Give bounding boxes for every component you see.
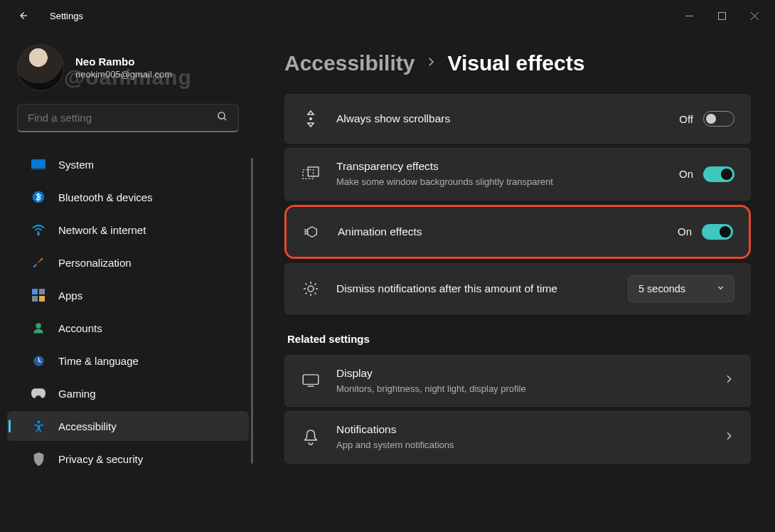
svg-rect-1	[718, 12, 725, 19]
svg-point-20	[308, 286, 314, 292]
scrollbars-toggle[interactable]	[703, 111, 734, 127]
profile-name: Neo Rambo	[75, 55, 172, 68]
wifi-icon	[31, 223, 46, 237]
accessibility-icon	[31, 419, 46, 433]
gamepad-icon	[31, 386, 46, 400]
sidebar-item-apps[interactable]: Apps	[7, 280, 249, 310]
setting-title: Animation effects	[338, 225, 662, 238]
svg-line-5	[224, 118, 226, 120]
apps-icon	[31, 288, 46, 302]
sidebar-item-time-language[interactable]: Time & language	[7, 346, 249, 376]
search-input[interactable]	[28, 112, 209, 124]
svg-point-9	[38, 233, 39, 235]
svg-rect-21	[303, 375, 319, 385]
sidebar-item-label: Time & language	[58, 355, 139, 367]
highlight-box: Animation effects On	[284, 205, 751, 259]
sidebar-item-label: Privacy & security	[58, 453, 143, 465]
nav-scrollbar[interactable]	[251, 158, 253, 464]
dismiss-time-select[interactable]: 5 seconds	[628, 275, 734, 302]
maximize-button[interactable]	[705, 4, 738, 27]
sidebar-item-label: Personalization	[58, 257, 132, 269]
sidebar-item-accessibility[interactable]: Accessibility	[7, 411, 249, 441]
setting-transparency: Transparency effects Make some window ba…	[284, 148, 751, 201]
setting-subtitle: Make some window backgrounds slightly tr…	[336, 176, 578, 188]
setting-dismiss-time: Dismiss notifications after this amount …	[284, 263, 751, 314]
sidebar-item-label: Gaming	[58, 388, 96, 400]
link-subtitle: App and system notifications	[336, 439, 707, 452]
setting-title: Dismiss notifications after this amount …	[336, 282, 612, 295]
title-bar-left: Settings	[16, 9, 83, 23]
setting-title: Always show scrollbars	[336, 112, 663, 125]
profile-email: neokim005@gmail.com	[75, 69, 172, 80]
svg-point-4	[218, 112, 225, 119]
sidebar-item-system[interactable]: System	[7, 149, 249, 179]
svg-point-16	[37, 420, 40, 423]
close-button[interactable]	[738, 4, 771, 27]
display-icon	[301, 374, 321, 387]
svg-rect-10	[32, 289, 38, 294]
sidebar-item-privacy[interactable]: Privacy & security	[7, 444, 249, 474]
breadcrumb-current: Visual effects	[447, 51, 584, 75]
setting-scrollbars: Always show scrollbars Off	[284, 94, 751, 144]
svg-point-14	[36, 323, 41, 329]
transparency-toggle[interactable]	[703, 166, 734, 182]
svg-rect-12	[32, 296, 38, 302]
sidebar-item-label: Accessibility	[58, 420, 117, 432]
related-notifications[interactable]: Notifications App and system notificatio…	[284, 411, 751, 464]
sidebar-item-label: Bluetooth & devices	[58, 191, 153, 203]
sidebar-item-label: Accounts	[58, 322, 102, 334]
toggle-state-label: Off	[679, 113, 693, 125]
main-content: Accessibility Visual effects Always show…	[256, 31, 775, 532]
svg-point-17	[310, 118, 312, 120]
sidebar-item-network[interactable]: Network & internet	[7, 215, 249, 245]
window-controls	[673, 4, 771, 27]
sidebar-item-accounts[interactable]: Accounts	[7, 313, 249, 343]
sidebar-item-label: System	[58, 159, 94, 171]
bluetooth-icon	[31, 190, 46, 204]
settings-window: Settings Neo Rambo neokim005@gmail.com	[0, 0, 775, 532]
link-subtitle: Monitors, brightness, night light, displ…	[336, 383, 707, 395]
chevron-right-icon	[723, 373, 734, 388]
toggle-state-label: On	[679, 168, 693, 180]
window-title: Settings	[50, 11, 83, 21]
link-title: Notifications	[336, 423, 707, 436]
animation-icon	[302, 225, 322, 239]
svg-rect-7	[31, 169, 46, 170]
back-button[interactable]	[16, 9, 30, 23]
setting-title: Transparency effects	[336, 160, 663, 173]
svg-rect-19	[308, 167, 319, 176]
person-icon	[31, 321, 46, 335]
clock-globe-icon	[31, 353, 46, 368]
sidebar-item-bluetooth[interactable]: Bluetooth & devices	[7, 182, 249, 212]
sidebar: Neo Rambo neokim005@gmail.com @oanimang	[0, 31, 256, 532]
link-title: Display	[336, 367, 707, 380]
scrollbars-icon	[301, 110, 321, 128]
profile-block[interactable]: Neo Rambo neokim005@gmail.com @oanimang	[0, 44, 256, 104]
svg-rect-13	[39, 296, 45, 302]
select-value: 5 seconds	[638, 283, 685, 294]
chevron-right-icon	[723, 430, 734, 445]
brush-icon	[31, 255, 46, 270]
search-icon	[216, 110, 228, 125]
breadcrumb-parent[interactable]: Accessibility	[284, 51, 415, 75]
animation-toggle[interactable]	[702, 224, 733, 240]
brightness-icon	[301, 280, 321, 297]
setting-animation: Animation effects On	[287, 207, 749, 257]
title-bar: Settings	[0, 0, 775, 31]
toggle-state-label: On	[678, 225, 692, 238]
chevron-down-icon	[716, 283, 725, 294]
sidebar-item-personalization[interactable]: Personalization	[7, 248, 249, 277]
search-box[interactable]	[17, 104, 239, 132]
related-display[interactable]: Display Monitors, brightness, night ligh…	[284, 355, 751, 408]
svg-point-8	[33, 191, 45, 203]
transparency-icon	[301, 166, 321, 182]
chevron-right-icon	[424, 55, 437, 71]
svg-rect-11	[39, 289, 45, 294]
bell-icon	[301, 429, 321, 446]
sidebar-item-label: Network & internet	[58, 224, 146, 236]
breadcrumb: Accessibility Visual effects	[284, 51, 751, 75]
sidebar-item-label: Apps	[58, 289, 82, 302]
minimize-button[interactable]	[673, 4, 705, 27]
monitor-icon	[31, 157, 46, 171]
sidebar-item-gaming[interactable]: Gaming	[7, 378, 249, 408]
